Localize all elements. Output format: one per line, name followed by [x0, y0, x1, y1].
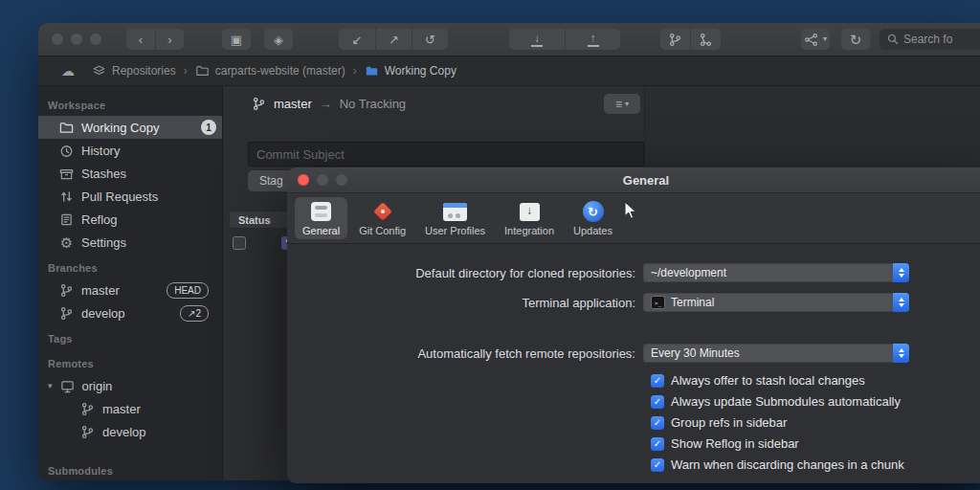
- sidebar-item-branch-master[interactable]: master HEAD: [38, 278, 222, 301]
- merge-button[interactable]: [690, 29, 721, 50]
- terminal-value: Terminal: [671, 296, 714, 309]
- gear-icon: ⚙: [59, 235, 74, 250]
- checkbox-row-group-refs[interactable]: ✓ Group refs in sidebar: [651, 415, 980, 430]
- unstash-icon: ↑: [588, 33, 599, 47]
- sidebar-item-origin-develop[interactable]: develop: [38, 420, 222, 443]
- remote-browser-icon[interactable]: ☁: [61, 63, 75, 78]
- sidebar-item-label: develop: [81, 306, 125, 321]
- checkbox-label: Warn when discarding changes in a chunk: [671, 457, 904, 472]
- close-button[interactable]: [52, 33, 63, 45]
- chevron-down-icon: ▾: [823, 35, 827, 43]
- minimize-button[interactable]: [71, 33, 82, 45]
- folder-icon-blue: [365, 64, 379, 78]
- breadcrumb-working-copy[interactable]: Working Copy: [365, 64, 457, 78]
- checkbox-checked[interactable]: ✓: [651, 458, 664, 472]
- tab-general[interactable]: General: [295, 197, 347, 239]
- window-controls: [52, 33, 101, 45]
- checkbox-checked[interactable]: ✓: [651, 416, 664, 430]
- merge-icon: [699, 33, 713, 47]
- checkbox-label: Always offer to stash local changes: [671, 373, 865, 388]
- checkbox-row-stash-local[interactable]: ✓ Always offer to stash local changes: [651, 373, 980, 388]
- tab-user-profiles[interactable]: User Profiles: [417, 197, 493, 239]
- breadcrumb-separator: ›: [353, 64, 357, 78]
- head-badge: HEAD: [167, 282, 209, 299]
- pull-request-icon: [59, 189, 74, 204]
- tab-label: Git Config: [359, 225, 406, 236]
- breadcrumb-repo[interactable]: carparts-website (master): [195, 64, 345, 78]
- commit-button[interactable]: ▣: [222, 29, 251, 50]
- clone-directory-select[interactable]: ~/development: [643, 263, 909, 282]
- sidebar-item-origin-master[interactable]: master: [38, 397, 222, 420]
- sidebar-item-reflog[interactable]: Reflog: [38, 208, 222, 231]
- pull-button[interactable]: ↙: [339, 29, 375, 50]
- close-button[interactable]: [298, 174, 309, 186]
- refresh-icon: ↻: [850, 33, 862, 47]
- integration-icon: [520, 201, 540, 222]
- sidebar-item-label: master: [102, 402, 141, 416]
- sidebar-item-label: Settings: [81, 235, 126, 250]
- chevron-down-icon: ▾: [625, 100, 629, 108]
- checkbox-row-warn-discard[interactable]: ✓ Warn when discarding changes in a chun…: [651, 457, 980, 472]
- commit-options-button[interactable]: ≡ ▾: [604, 94, 640, 114]
- push-button[interactable]: ↗: [375, 29, 412, 50]
- branch-icon: [59, 306, 74, 321]
- checkbox-row-show-reflog[interactable]: ✓ Show Reflog in sidebar: [651, 436, 980, 451]
- sidebar-item-label: Stashes: [81, 167, 126, 181]
- remote-server-icon: [60, 379, 75, 393]
- checkbox-row-update-submodules[interactable]: ✓ Always update Submodules automatically: [651, 394, 980, 409]
- file-checkbox[interactable]: [233, 236, 246, 250]
- sidebar-item-stashes[interactable]: Stashes: [38, 162, 222, 185]
- fetch-button[interactable]: ↺: [412, 29, 448, 50]
- checkout-icon: ◈: [274, 33, 283, 46]
- stepper-icon: [893, 293, 909, 312]
- count-badge: 1: [201, 120, 216, 135]
- dialog-titlebar: General: [287, 167, 980, 193]
- checkbox-checked[interactable]: ✓: [651, 395, 664, 409]
- main-toolbar: ‹ › ▣ ◈ ↙ ↗ ↺ ↓ ↑: [38, 23, 980, 56]
- back-button[interactable]: ‹: [126, 29, 155, 50]
- commit-subject-input[interactable]: Commit Subject: [248, 142, 644, 167]
- back-icon: ‹: [139, 33, 143, 46]
- tracking-status: No Tracking: [340, 97, 406, 111]
- folder-icon: [195, 64, 210, 78]
- search-placeholder: Search fo: [903, 33, 952, 46]
- tab-integration[interactable]: Integration: [497, 197, 562, 239]
- refresh-button[interactable]: ↻: [841, 29, 870, 50]
- reflog-icon: [59, 212, 74, 227]
- tab-git-config[interactable]: Git Config: [351, 197, 413, 239]
- branch-status-bar: master → No Tracking ≡ ▾: [223, 86, 644, 121]
- minimize-button: [317, 174, 328, 186]
- tab-label: Integration: [504, 225, 554, 236]
- auto-fetch-select[interactable]: Every 30 Minutes: [643, 344, 909, 363]
- sidebar-item-label: develop: [102, 425, 146, 439]
- forward-button[interactable]: ›: [155, 29, 184, 50]
- sidebar-item-origin[interactable]: ▾ origin: [38, 374, 222, 397]
- branch-icon: [80, 425, 95, 439]
- sidebar-item-settings[interactable]: ⚙ Settings: [38, 231, 222, 254]
- desktop-background: ‹ › ▣ ◈ ↙ ↗ ↺ ↓ ↑: [0, 0, 980, 490]
- zoom-button[interactable]: [90, 33, 101, 45]
- terminal-row: Terminal application: >_ Terminal: [287, 293, 980, 312]
- sidebar-item-label: origin: [82, 379, 113, 393]
- branch-button[interactable]: [660, 29, 690, 50]
- unstash-button[interactable]: ↑: [565, 29, 620, 50]
- sidebar-item-history[interactable]: History: [38, 139, 222, 162]
- stash-button[interactable]: ↓: [509, 29, 565, 50]
- sidebar-item-label: master: [81, 283, 120, 298]
- breadcrumb-label: carparts-website (master): [215, 64, 345, 78]
- folder-icon: [59, 121, 74, 135]
- sidebar-item-pull-requests[interactable]: Pull Requests: [38, 185, 222, 208]
- git-config-icon: [372, 201, 393, 222]
- search-field[interactable]: Search fo: [880, 29, 980, 50]
- git-flow-button[interactable]: ▾: [801, 29, 830, 50]
- clock-icon: [59, 144, 74, 158]
- terminal-select[interactable]: >_ Terminal: [643, 293, 909, 312]
- checkbox-checked[interactable]: ✓: [651, 374, 664, 388]
- expander-icon[interactable]: ▾: [48, 381, 53, 390]
- breadcrumb-repositories[interactable]: Repositories: [92, 64, 176, 78]
- sidebar-item-working-copy[interactable]: Working Copy 1: [38, 116, 222, 139]
- sidebar-item-branch-develop[interactable]: develop ↗2: [38, 301, 222, 324]
- checkbox-checked[interactable]: ✓: [651, 437, 664, 451]
- tab-updates[interactable]: ↻ Updates: [566, 197, 620, 239]
- checkout-button[interactable]: ◈: [264, 29, 293, 50]
